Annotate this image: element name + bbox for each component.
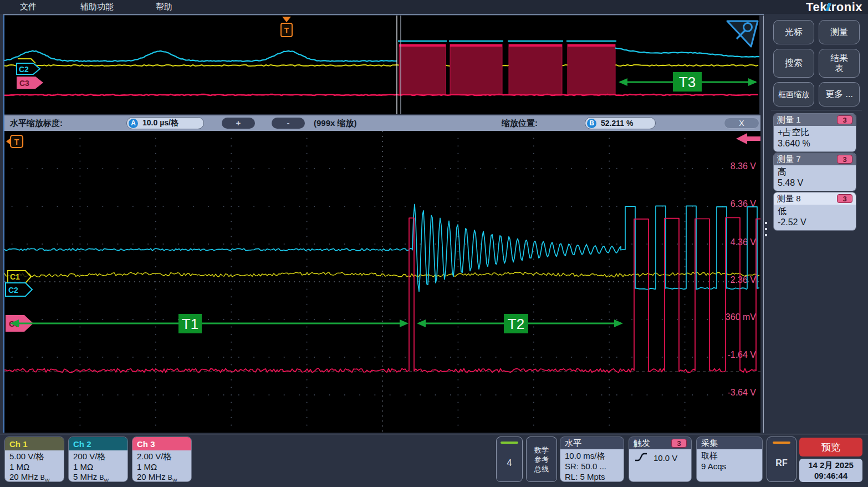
measurement-name: 低 bbox=[778, 206, 852, 217]
source-badge: 3 bbox=[837, 155, 852, 164]
main-waveforms bbox=[4, 204, 760, 372]
panel-divider[interactable] bbox=[763, 16, 764, 433]
svg-text:T1: T1 bbox=[182, 316, 198, 332]
channel-2-badge[interactable]: Ch 2 200 V/格1 MΩ 5 MHz BW bbox=[68, 437, 128, 482]
bottom-bar: Ch 1 5.00 V/格1 MΩ 20 MHz BW Ch 2 200 V/格… bbox=[0, 434, 868, 487]
svg-text:T3: T3 bbox=[679, 74, 696, 90]
measurement-badge-7[interactable]: 测量 73 高5.48 V bbox=[773, 153, 856, 191]
measurement-name: 高 bbox=[778, 166, 852, 177]
window-top-border bbox=[3, 14, 764, 15]
trigger-badge[interactable]: 触发3 10.0 V bbox=[629, 437, 692, 482]
trigger-level-icon[interactable]: T bbox=[6, 135, 23, 148]
svg-text:8.36 V: 8.36 V bbox=[731, 161, 757, 171]
horizontal-badge[interactable]: 水平 10.0 ms/格SR: 50.0 ...RL: 5 Mpts bbox=[560, 437, 624, 482]
zoom-factor: (999x 缩放) bbox=[314, 118, 357, 129]
source-badge: 3 bbox=[837, 115, 852, 124]
cursors-button[interactable]: 光标 bbox=[773, 20, 814, 44]
ch4-color-line bbox=[501, 442, 518, 444]
box-zoom-button[interactable]: 框画缩放 bbox=[773, 82, 814, 106]
svg-text:2.36 V: 2.36 V bbox=[731, 275, 757, 285]
svg-text:C1: C1 bbox=[10, 272, 20, 281]
waveform-overview[interactable]: T C2 C3 T3 bbox=[4, 16, 759, 114]
measure-button[interactable]: 测量 bbox=[819, 20, 860, 44]
ch3-offscreen-arrow-icon bbox=[736, 133, 760, 144]
overview-ch3-marker[interactable]: C3 bbox=[17, 77, 43, 89]
svg-text:C2: C2 bbox=[19, 65, 29, 74]
zoom-position-label: 缩放位置: bbox=[502, 118, 538, 129]
measurement-value: 5.48 V bbox=[778, 177, 852, 189]
main-graticule[interactable]: 8.36 V 6.36 V 4.36 V 2.36 V 360 mV -1.64… bbox=[4, 131, 760, 433]
trigger-position-icon[interactable]: T bbox=[281, 17, 292, 37]
math-ref-bus-button[interactable]: 数学参考总线 bbox=[526, 437, 557, 482]
measurement-name: +占空比 bbox=[778, 127, 852, 138]
rf-button[interactable]: RF bbox=[767, 437, 796, 482]
preview-button[interactable]: 预览 bbox=[799, 438, 862, 456]
measurement-badge-8[interactable]: 测量 83 低-2.52 V bbox=[773, 192, 856, 231]
zoom-position-value[interactable]: B 52.211 % bbox=[585, 117, 656, 129]
rf-color-line bbox=[773, 442, 790, 444]
svg-text:T2: T2 bbox=[508, 316, 524, 332]
svg-text:4.36 V: 4.36 V bbox=[731, 237, 757, 247]
more-button[interactable]: 更多 ... bbox=[819, 82, 860, 106]
zoom-control-bar: 水平缩放标度: A 10.0 µs/格 + - (999x 缩放) 缩放位置: … bbox=[4, 115, 760, 131]
channel-3-badge[interactable]: Ch 3 2.00 V/格1 MΩ 20 MHz BW bbox=[132, 437, 192, 482]
channel-4-button[interactable]: 4 bbox=[496, 437, 523, 482]
overview-waveforms bbox=[4, 41, 759, 95]
bandwidth-limit-icon: B bbox=[40, 474, 45, 481]
menu-bar: 文件 辅助功能 帮助 Tektronix bbox=[0, 0, 868, 14]
zoom-out-button[interactable]: - bbox=[272, 118, 305, 129]
datetime-badge: 14 2月 202509:46:44 bbox=[799, 459, 862, 482]
t2-annotation: T2 bbox=[417, 314, 623, 333]
trigger-source-badge: 3 bbox=[671, 439, 687, 448]
svg-text:T: T bbox=[14, 138, 19, 146]
knob-a-icon: A bbox=[129, 119, 138, 128]
oscilloscope-screen: 文件 辅助功能 帮助 Tektronix T C2 bbox=[0, 0, 868, 487]
vertical-axis-labels: 8.36 V 6.36 V 4.36 V 2.36 V 360 mV -1.64… bbox=[726, 161, 756, 397]
zoom-scale-label: 水平缩放标度: bbox=[10, 118, 63, 129]
svg-text:T: T bbox=[284, 26, 289, 35]
measurement-value: -2.52 V bbox=[778, 217, 852, 228]
search-button[interactable]: 搜索 bbox=[773, 49, 814, 78]
rising-edge-icon bbox=[634, 453, 648, 463]
menu-help[interactable]: 帮助 bbox=[156, 2, 172, 12]
bandwidth-limit-icon: B bbox=[100, 474, 104, 481]
svg-text:360 mV: 360 mV bbox=[726, 312, 756, 322]
zoom-scale-value[interactable]: A 10.0 µs/格 bbox=[126, 117, 204, 129]
overview-ch1-marker[interactable] bbox=[18, 59, 35, 63]
ch1-marker[interactable]: C1 bbox=[8, 271, 31, 283]
knob-b-icon: B bbox=[587, 119, 596, 128]
menu-utility[interactable]: 辅助功能 bbox=[80, 2, 114, 12]
zoom-close-button[interactable]: X bbox=[724, 118, 759, 129]
t3-annotation: T3 bbox=[619, 72, 757, 92]
zoom-in-button[interactable]: + bbox=[222, 118, 255, 129]
svg-text:C2: C2 bbox=[8, 286, 18, 295]
svg-text:-1.64 V: -1.64 V bbox=[727, 350, 756, 359]
source-badge: 3 bbox=[837, 194, 852, 203]
right-sidebar: 光标 测量 搜索 结果 表 框画缩放 更多 ... 测量 13 +占空比3.64… bbox=[767, 16, 868, 434]
graticule-grid bbox=[4, 131, 760, 433]
channel-1-badge[interactable]: Ch 1 5.00 V/格1 MΩ 20 MHz BW bbox=[4, 437, 64, 482]
sidebar-divider bbox=[771, 110, 862, 110]
measurement-badge-1[interactable]: 测量 13 +占空比3.640 % bbox=[773, 113, 856, 152]
menu-file[interactable]: 文件 bbox=[20, 2, 37, 12]
bandwidth-limit-icon: B bbox=[168, 474, 172, 481]
acquisition-badge[interactable]: 采集 取样9 Acqs bbox=[696, 437, 763, 482]
results-table-button[interactable]: 结果 表 bbox=[819, 49, 860, 78]
t1-annotation: T1 bbox=[10, 314, 409, 333]
ch2-marker[interactable]: C2 bbox=[6, 283, 32, 296]
measurement-value: 3.640 % bbox=[778, 138, 852, 149]
tektronix-logo: Tektronix bbox=[806, 0, 862, 14]
svg-text:-3.64 V: -3.64 V bbox=[727, 388, 756, 397]
zoom-flag-icon[interactable] bbox=[727, 21, 758, 47]
svg-text:C3: C3 bbox=[19, 79, 29, 88]
